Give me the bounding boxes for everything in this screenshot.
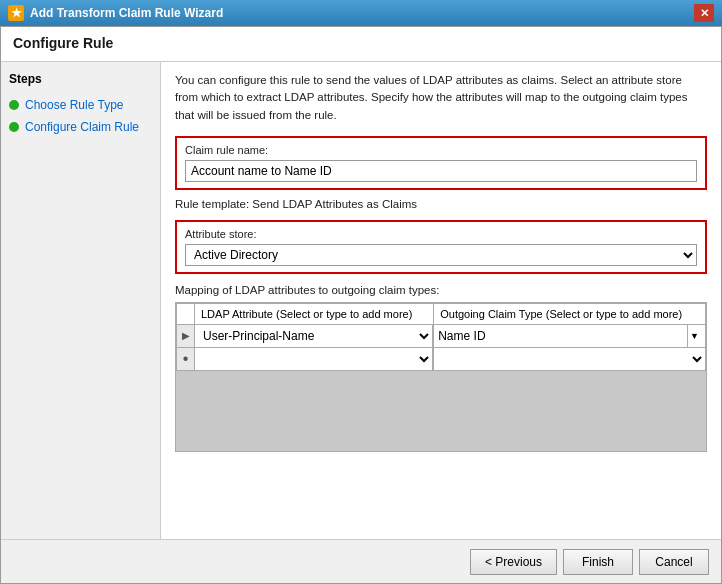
sidebar-label-1: Choose Rule Type (25, 98, 124, 112)
ldap-attr-cell-2[interactable] (195, 347, 434, 370)
close-button[interactable]: ✕ (694, 4, 714, 22)
sidebar: Steps Choose Rule Type Configure Claim R… (1, 62, 161, 539)
ldap-attr-cell-1[interactable]: User-Principal-Name (195, 324, 434, 347)
cancel-button[interactable]: Cancel (639, 549, 709, 575)
sidebar-item-configure-claim-rule[interactable]: Configure Claim Rule (9, 118, 152, 136)
row-arrow-1: ▶ (177, 324, 195, 347)
col-header-arrow (177, 303, 195, 324)
dialog-heading: Configure Rule (13, 35, 709, 51)
step-dot-2 (9, 122, 19, 132)
outgoing-claim-select-2[interactable] (434, 348, 705, 370)
outgoing-claim-cell-2[interactable] (434, 347, 706, 370)
dialog-body: Configure Rule Steps Choose Rule Type Co… (0, 26, 722, 584)
mapping-table: LDAP Attribute (Select or type to add mo… (176, 303, 706, 371)
row-dot-2: • (177, 347, 195, 370)
col-header-outgoing: Outgoing Claim Type (Select or type to a… (434, 303, 706, 324)
mapping-label: Mapping of LDAP attributes to outgoing c… (175, 284, 707, 296)
step-dot-1 (9, 100, 19, 110)
previous-button[interactable]: Previous (470, 549, 557, 575)
mapping-row-1: ▶ User-Principal-Name ▼ (177, 324, 706, 347)
finish-button[interactable]: Finish (563, 549, 633, 575)
dialog-content: Steps Choose Rule Type Configure Claim R… (1, 62, 721, 539)
outgoing-claim-inner-1: ▼ (434, 325, 705, 347)
dialog-footer: Previous Finish Cancel (1, 539, 721, 583)
claim-rule-name-label: Claim rule name: (185, 144, 697, 156)
title-bar-icon: ★ (8, 5, 24, 21)
main-area: You can configure this rule to send the … (161, 62, 721, 539)
claim-rule-name-input[interactable] (185, 160, 697, 182)
col-header-ldap: LDAP Attribute (Select or type to add mo… (195, 303, 434, 324)
outgoing-claim-input-1[interactable] (434, 325, 687, 347)
rule-template-text: Rule template: Send LDAP Attributes as C… (175, 198, 707, 210)
claim-rule-name-group: Claim rule name: (175, 136, 707, 190)
ldap-attr-select-2[interactable] (195, 348, 433, 370)
table-empty-area (176, 371, 706, 451)
title-bar: ★ Add Transform Claim Rule Wizard ✕ (0, 0, 722, 26)
ldap-attr-select-1[interactable]: User-Principal-Name (195, 325, 433, 347)
sidebar-label-2: Configure Claim Rule (25, 120, 139, 134)
outgoing-claim-dropdown-1[interactable]: ▼ (687, 325, 705, 347)
attribute-store-select[interactable]: Active Directory (185, 244, 697, 266)
attribute-store-group: Attribute store: Active Directory (175, 220, 707, 274)
title-bar-text: Add Transform Claim Rule Wizard (30, 6, 694, 20)
sidebar-title: Steps (9, 72, 152, 86)
outgoing-claim-cell-1[interactable]: ▼ (434, 324, 706, 347)
attribute-store-label: Attribute store: (185, 228, 697, 240)
mapping-row-2: • (177, 347, 706, 370)
sidebar-item-choose-rule-type[interactable]: Choose Rule Type (9, 96, 152, 114)
mapping-table-container: LDAP Attribute (Select or type to add mo… (175, 302, 707, 452)
dialog-header: Configure Rule (1, 27, 721, 62)
description-text: You can configure this rule to send the … (175, 72, 707, 124)
